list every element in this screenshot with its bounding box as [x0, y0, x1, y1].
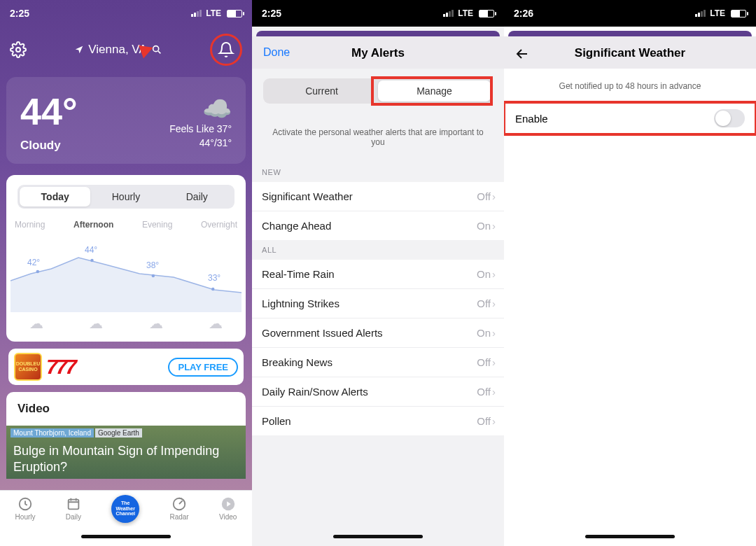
- alert-row[interactable]: Change AheadOn›: [252, 211, 504, 240]
- tab-home-bottom[interactable]: The Weather Channel: [111, 495, 139, 523]
- alerts-list-all: Real-Time RainOn› Lightning StrikesOff› …: [252, 260, 504, 435]
- home-indicator[interactable]: [0, 526, 252, 546]
- tab-label: Hourly: [15, 513, 36, 521]
- forecast-segmented: Today Hourly Daily: [18, 185, 234, 209]
- sheet-title: Significant Weather: [515, 46, 745, 60]
- tab-hourly[interactable]: Hourly: [90, 187, 161, 206]
- alert-value: Off›: [477, 386, 496, 398]
- chart-label-2: 38°: [146, 260, 159, 270]
- alert-row[interactable]: Significant WeatherOff›: [252, 182, 504, 211]
- alert-row[interactable]: Government Issued AlertsOn›: [252, 318, 504, 348]
- ad-app-icon: DOUBLEUCASINO: [14, 353, 42, 381]
- alert-row[interactable]: Real-Time RainOn›: [252, 260, 504, 289]
- daypart-afternoon[interactable]: Afternoon: [74, 220, 113, 230]
- status-bar: 2:25 LTE: [252, 0, 504, 27]
- alert-row[interactable]: Breaking NewsOff›: [252, 348, 504, 377]
- alert-row[interactable]: Lightning StrikesOff›: [252, 289, 504, 318]
- alert-label: Significant Weather: [262, 190, 353, 202]
- current-condition: Cloudy: [20, 139, 78, 153]
- alert-value: Off›: [477, 356, 496, 368]
- alert-value: On›: [477, 327, 496, 339]
- cloud-icon: ☁: [209, 315, 223, 332]
- chevron-right-icon: ›: [492, 356, 496, 368]
- tab-video-bottom[interactable]: Video: [219, 496, 237, 521]
- alert-label: Daily Rain/Snow Alerts: [262, 386, 368, 398]
- cloud-wind-icon: ☁: [149, 315, 163, 332]
- alert-value: Off›: [477, 298, 496, 309]
- video-tag-location: Mount Thorbjorn, Iceland: [10, 428, 94, 438]
- clock-icon: [18, 496, 33, 512]
- alert-row[interactable]: Daily Rain/Snow AlertsOff›: [252, 377, 504, 407]
- alert-label: Change Ahead: [262, 220, 331, 232]
- tab-label: Video: [219, 513, 237, 521]
- alert-row[interactable]: PollenOff›: [252, 407, 504, 435]
- carrier-label: LTE: [206, 8, 221, 18]
- detail-subtext: Get notified up to 48 hours in advance: [504, 69, 756, 101]
- alert-label: Lightning Strikes: [262, 298, 340, 309]
- tab-daily-bottom[interactable]: Daily: [66, 496, 81, 521]
- status-time: 2:26: [514, 8, 533, 19]
- home-indicator[interactable]: [504, 526, 756, 546]
- alerts-hint: Activate the personal weather alerts tha…: [252, 113, 504, 162]
- status-bar: 2:25 LTE: [0, 0, 252, 27]
- seg-current[interactable]: Current: [265, 80, 378, 102]
- svg-point-2: [36, 270, 39, 274]
- enable-row: Enable: [504, 101, 756, 136]
- gear-icon[interactable]: [10, 41, 27, 58]
- home-indicator[interactable]: [252, 526, 504, 546]
- tab-label: Radar: [169, 513, 188, 521]
- signal-icon: [191, 10, 202, 17]
- daypart-morning[interactable]: Morning: [15, 220, 45, 230]
- video-tag-source: Google Earth: [95, 428, 142, 438]
- current-conditions-card[interactable]: 44° Cloudy ☁️ Feels Like 37° 44°/31°: [6, 77, 246, 164]
- tab-daily[interactable]: Daily: [162, 187, 232, 206]
- chevron-right-icon: ›: [492, 327, 496, 339]
- daypart-tabs: Morning Afternoon Evening Overnight: [6, 209, 246, 230]
- svg-point-3: [90, 259, 93, 262]
- hi-lo: 44°/31°: [200, 137, 232, 148]
- feels-like: Feels Like 37°: [169, 123, 232, 134]
- cloud-icon: ☁️: [202, 97, 232, 120]
- tab-radar-bottom[interactable]: Radar: [169, 496, 188, 521]
- video-thumbnail[interactable]: Mount Thorbjorn, Iceland Google Earth Bu…: [6, 426, 246, 479]
- enable-toggle[interactable]: [714, 109, 745, 127]
- ad-play-button[interactable]: PLAY FREE: [168, 358, 238, 377]
- tab-today[interactable]: Today: [20, 187, 90, 206]
- status-right: LTE: [695, 8, 746, 18]
- sheet-header: Significant Weather: [504, 36, 756, 69]
- group-all-label: ALL: [252, 240, 504, 260]
- location-arrow-icon: [74, 45, 84, 55]
- carrier-label: LTE: [458, 8, 473, 18]
- chevron-right-icon: ›: [492, 415, 496, 427]
- svg-rect-7: [69, 500, 79, 510]
- svg-point-5: [211, 288, 214, 291]
- pane-weather-home: 2:25 LTE Vienna, VA 44° Cloudy ☁️ Feels …: [0, 0, 252, 546]
- daypart-overnight[interactable]: Overnight: [201, 220, 237, 230]
- tab-hourly-bottom[interactable]: Hourly: [15, 496, 36, 521]
- radar-icon: [172, 496, 187, 512]
- seg-manage[interactable]: Manage: [378, 80, 491, 102]
- battery-icon: [227, 10, 242, 18]
- done-button[interactable]: Done: [263, 46, 290, 59]
- cloud-icon: ☁: [89, 315, 103, 332]
- alert-label: Breaking News: [262, 356, 332, 368]
- bell-icon: [218, 41, 234, 58]
- chart-label-3: 33°: [208, 273, 220, 283]
- bottom-tab-bar: Hourly Daily The Weather Channel Radar V…: [0, 490, 252, 526]
- alert-label: Government Issued Alerts: [262, 327, 383, 339]
- status-time: 2:25: [262, 8, 281, 19]
- back-button[interactable]: [514, 46, 531, 65]
- calendar-icon: [66, 496, 81, 512]
- daypart-icons: ☁ ☁ ☁ ☁: [6, 315, 246, 332]
- chevron-right-icon: ›: [492, 268, 496, 280]
- battery-icon: [731, 10, 746, 18]
- svg-point-4: [152, 274, 155, 278]
- alerts-list-new: Significant WeatherOff› Change AheadOn›: [252, 182, 504, 240]
- daypart-evening[interactable]: Evening: [142, 220, 172, 230]
- chevron-right-icon: ›: [492, 298, 496, 309]
- current-temp: 44°: [20, 92, 78, 130]
- ad-banner[interactable]: DOUBLEUCASINO 777 PLAY FREE: [8, 349, 244, 385]
- alerts-bell-button[interactable]: [210, 34, 242, 66]
- temp-chart: 42° 44° 38° 33°: [10, 235, 241, 312]
- arrow-left-icon: [514, 46, 531, 62]
